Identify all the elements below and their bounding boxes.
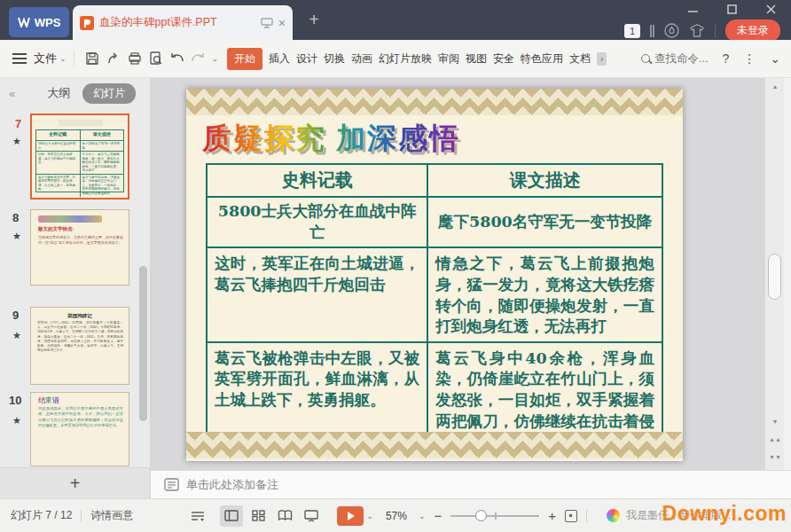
slideshow-view-button[interactable] — [300, 505, 323, 527]
thumb-body: 历史虽成陈迹，但我们不屈不挠的中国人民面对灾难，总能在灾难中站起来。今天，就让我… — [38, 406, 123, 428]
ribbon-bar: 文件 ⌄ ⌄ 开始 插入 设计 切换 动画 幻灯片放映 审阅 视图 安全 特色应… — [0, 40, 791, 78]
mini-cell: 葛云飞身中40余枪，浑身血染，仍倚崖屹立在竹山门上，须发怒张，一目如炬，双手紧握… — [80, 175, 124, 197]
play-options-icon[interactable]: ⌄ — [366, 512, 373, 520]
document-tab[interactable]: 血染的丰碑ppt课件.PPT × — [73, 5, 293, 40]
slide-thumbnail-7[interactable]: 史料记载 课文描述 5800士兵大部分在血战中阵亡 麾下5800名守军无一变节投… — [30, 113, 129, 200]
zoom-slider-knob[interactable] — [475, 510, 487, 521]
menu-icon[interactable] — [12, 51, 27, 66]
wps-home-tab[interactable]: WPS — [9, 7, 69, 37]
account-row: 1 未登录 — [624, 20, 780, 42]
scrollbar-thumb[interactable] — [768, 254, 781, 300]
notes-icon — [164, 478, 179, 491]
tab-slideshow[interactable]: 幻灯片放映 — [379, 51, 432, 66]
more-options-icon[interactable]: ⋮ — [743, 51, 756, 66]
panes-icon[interactable] — [650, 25, 654, 37]
new-tab-button[interactable]: + — [303, 9, 325, 30]
slide-title-wordart[interactable]: 质疑探究 加深感悟 — [202, 119, 460, 159]
slide-number: 9 — [12, 309, 19, 322]
tab-slides[interactable]: 幻灯片 — [82, 83, 136, 104]
more-commands-icon[interactable]: ⌄ — [212, 54, 219, 63]
tab-document[interactable]: 文档 — [569, 51, 591, 66]
notes-toggle-button[interactable] — [186, 505, 209, 527]
assistant-avatar — [607, 509, 620, 522]
zoom-slider[interactable] — [450, 515, 539, 517]
next-slide-icon[interactable]: ▼▼ — [765, 454, 785, 461]
window-controls — [679, 0, 784, 18]
tab-special-features[interactable]: 特色应用 — [521, 51, 563, 66]
zoom-slider-tick — [495, 512, 497, 520]
thumb-title: 郑国鸿碑记 — [31, 313, 129, 319]
tasks-badge[interactable]: 1 — [624, 24, 640, 38]
tab-view[interactable]: 视图 — [466, 51, 487, 66]
slide-thumbnail-8[interactable]: 散文的文学特点: 为增强文章的感染力，为表达主题的需要，对历史事实作一些“适当”… — [30, 209, 129, 286]
command-search[interactable]: 查找命令... — [641, 51, 708, 66]
zoom-in-button[interactable]: + — [548, 508, 556, 523]
close-window-button[interactable] — [757, 0, 784, 18]
divider — [715, 24, 716, 38]
save-button[interactable] — [82, 48, 103, 69]
animation-star-icon[interactable]: ★ — [12, 136, 21, 147]
fit-to-window-icon[interactable] — [565, 510, 577, 522]
chevron-down-icon[interactable]: ⌄ — [59, 54, 67, 63]
titlebar: WPS 血染的丰碑ppt课件.PPT × + 1 — [0, 0, 791, 40]
slide-canvas[interactable]: 质疑探究 加深感悟 史料记载 课文描述 5800士兵大部分在血战中阵亡 麾下58… — [186, 89, 683, 461]
tab-transitions[interactable]: 切换 — [324, 51, 345, 66]
slide-sorter-button[interactable] — [247, 505, 270, 527]
table-header-cell: 课文描述 — [427, 164, 662, 197]
table-cell: 5800士兵大部分在血战中阵亡 — [207, 197, 427, 247]
animation-star-icon[interactable]: ★ — [12, 415, 21, 426]
theme-name[interactable]: 诗情画意 — [90, 508, 133, 523]
print-preview-button[interactable] — [145, 48, 167, 69]
collapse-panel-icon[interactable]: « — [9, 87, 15, 100]
maximize-button[interactable] — [718, 0, 745, 18]
tab-design[interactable]: 设计 — [296, 51, 317, 66]
tab-outline[interactable]: 大纲 — [47, 85, 70, 101]
slide-thumbnail-9[interactable]: 郑国鸿碑记 郑国鸿（1777—1841）字雪堂，湖南凤凰厅（今凤凰县）人，出生于… — [30, 307, 129, 385]
print-button[interactable] — [124, 48, 145, 69]
tab-insert[interactable]: 插入 — [269, 51, 290, 66]
previous-slide-icon[interactable]: ▲▲ — [765, 436, 785, 443]
ribbon-tabs: 开始 插入 设计 切换 动画 幻灯片放映 审阅 视图 安全 特色应用 文档 › — [227, 48, 607, 70]
collapse-ribbon-icon[interactable]: ⌄ — [770, 51, 780, 66]
sidebar-scrollbar-thumb[interactable] — [139, 266, 147, 421]
document-tab-title: 血染的丰碑ppt课件.PPT — [99, 15, 255, 30]
scroll-up-icon[interactable]: ▲ — [765, 83, 785, 90]
login-button[interactable]: 未登录 — [725, 20, 780, 42]
file-menu[interactable]: 文件 — [34, 51, 57, 66]
scroll-down-icon[interactable]: ▼ — [765, 419, 785, 426]
close-tab-icon[interactable]: × — [278, 16, 286, 30]
slide-table[interactable]: 史料记载 课文描述 5800士兵大部分在血战中阵亡 麾下5800名守军无一变节投… — [206, 163, 663, 458]
tab-review[interactable]: 审阅 — [438, 51, 459, 66]
add-slide-button[interactable]: + — [0, 467, 150, 498]
thumb-subtitle: 散文的文学特点: — [38, 226, 74, 232]
help-button[interactable]: ? — [722, 51, 729, 66]
animation-star-icon[interactable]: ★ — [12, 231, 21, 242]
flame-icon[interactable] — [664, 23, 679, 38]
slide-thumbnail-10[interactable]: 结束语 历史虽成陈迹，但我们不屈不挠的中国人民面对灾难，总能在灾难中站起来。今天… — [30, 392, 129, 466]
zoom-out-button[interactable]: − — [434, 508, 442, 523]
shirt-skin-icon[interactable] — [689, 24, 705, 38]
minimize-button[interactable] — [679, 0, 706, 18]
notes-bar[interactable]: 单击此处添加备注 — [151, 470, 791, 498]
tab-home[interactable]: 开始 — [227, 48, 262, 70]
tab-animations[interactable]: 动画 — [351, 51, 372, 66]
export-button[interactable] — [103, 48, 124, 69]
animation-star-icon[interactable]: ★ — [12, 330, 21, 341]
mini-cell: 5800士兵大部分在血战中阵亡 — [36, 141, 80, 151]
normal-view-button[interactable] — [220, 505, 243, 527]
slide-number: 10 — [9, 394, 21, 407]
zoom-level[interactable]: 57% — [386, 510, 407, 522]
divider — [81, 510, 82, 522]
tabs-overflow-button[interactable]: › — [597, 52, 607, 66]
undo-button[interactable] — [167, 48, 188, 69]
play-slideshow-button[interactable] — [337, 506, 364, 526]
zoom-menu-icon[interactable]: ⌄ — [419, 512, 426, 520]
right-margin — [784, 78, 791, 470]
vertical-scrollbar[interactable]: ▲ ▼ ▲▲ ▼▼ — [764, 78, 784, 470]
ppt-file-icon — [80, 16, 94, 30]
reading-view-button[interactable] — [273, 505, 296, 527]
slide-panel: « 大纲 幻灯片 7 ★ 史料记载 课文描述 5800士兵大部分在血战中阵亡 麾… — [0, 78, 151, 498]
projector-icon[interactable] — [261, 18, 273, 28]
tab-security[interactable]: 安全 — [493, 51, 514, 66]
redo-button[interactable] — [188, 48, 209, 69]
